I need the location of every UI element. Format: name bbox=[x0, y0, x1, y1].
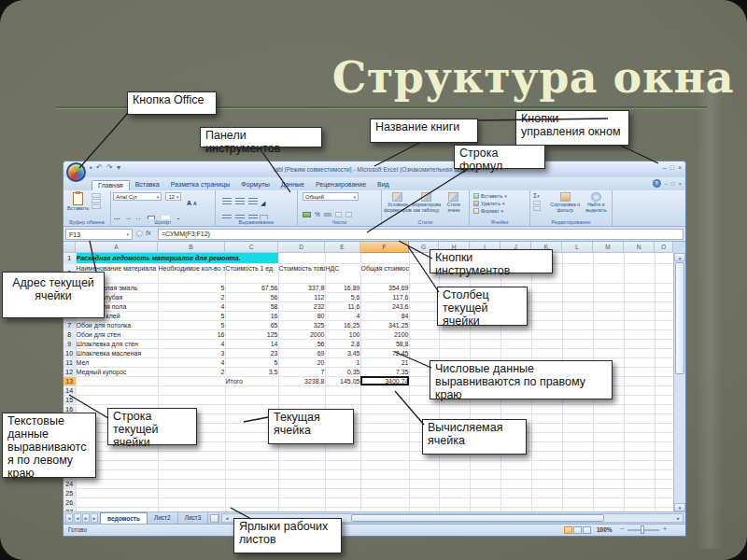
cell[interactable]: 7,35 bbox=[360, 367, 409, 376]
ribbon-tab-Вид[interactable]: Вид bbox=[372, 180, 395, 190]
format-painter-icon[interactable] bbox=[92, 204, 101, 209]
sheet-nav-buttons[interactable]: ◄◄►► bbox=[63, 512, 100, 524]
last-sheet-icon[interactable]: ► bbox=[91, 513, 98, 523]
cell[interactable] bbox=[470, 404, 500, 413]
conditional-formatting-button[interactable]: Условное форматирование bbox=[384, 192, 412, 218]
cell[interactable] bbox=[409, 320, 439, 329]
sheet-tab-Лист2[interactable]: Лист2 bbox=[148, 512, 178, 524]
column-header-C[interactable]: C bbox=[225, 242, 278, 253]
cell[interactable] bbox=[439, 348, 470, 357]
cell[interactable] bbox=[500, 460, 531, 469]
delete-cells-button[interactable]: Удалить▾ bbox=[473, 200, 528, 207]
row-header-7[interactable]: 7 bbox=[63, 320, 76, 329]
cell[interactable] bbox=[624, 497, 655, 507]
cell[interactable] bbox=[655, 441, 673, 451]
cell[interactable] bbox=[325, 469, 360, 479]
cell[interactable]: 232 bbox=[278, 301, 325, 311]
cell[interactable] bbox=[409, 469, 439, 479]
cell[interactable] bbox=[624, 385, 655, 395]
cell[interactable] bbox=[562, 283, 593, 292]
cell[interactable]: 5,6 bbox=[325, 292, 360, 301]
scroll-left-icon[interactable]: ◄ bbox=[222, 514, 231, 522]
total-cell[interactable]: 145,05 bbox=[325, 376, 360, 385]
help-icon[interactable]: ? bbox=[653, 179, 661, 188]
cell[interactable] bbox=[470, 339, 500, 348]
decrease-decimal-icon[interactable] bbox=[345, 212, 352, 217]
cell[interactable] bbox=[531, 432, 562, 441]
sheet-tab-ведомость[interactable]: ведомость bbox=[100, 512, 148, 524]
cell[interactable] bbox=[593, 451, 624, 460]
cell[interactable] bbox=[593, 432, 624, 441]
cell[interactable] bbox=[325, 253, 360, 263]
cell[interactable] bbox=[655, 376, 673, 385]
ribbon-tab-Разметка страницы[interactable]: Разметка страницы bbox=[165, 180, 236, 190]
cell[interactable] bbox=[593, 339, 624, 348]
cell[interactable]: 11,6 bbox=[325, 301, 360, 311]
sheet-tab-Лист3[interactable]: Лист3 bbox=[178, 512, 209, 524]
row-header-15[interactable]: 15 bbox=[63, 395, 76, 404]
cell[interactable] bbox=[593, 292, 624, 301]
accounting-format-icon[interactable] bbox=[303, 212, 311, 217]
copy-icon[interactable] bbox=[92, 199, 101, 203]
cell[interactable]: 337,8 bbox=[278, 283, 325, 292]
name-box[interactable]: F13▾ bbox=[65, 229, 133, 240]
cell[interactable] bbox=[531, 497, 562, 507]
cell[interactable] bbox=[470, 479, 500, 488]
scroll-down-icon[interactable]: ▼ bbox=[674, 503, 685, 511]
cell[interactable] bbox=[624, 441, 655, 451]
cell[interactable] bbox=[76, 376, 158, 385]
cell[interactable] bbox=[158, 376, 225, 385]
cell[interactable] bbox=[278, 469, 325, 479]
cell[interactable] bbox=[360, 395, 409, 404]
cell[interactable] bbox=[439, 460, 470, 469]
cell[interactable] bbox=[593, 460, 624, 469]
cell[interactable] bbox=[655, 404, 673, 413]
cell[interactable] bbox=[624, 479, 655, 488]
cell[interactable] bbox=[225, 497, 278, 507]
cell[interactable] bbox=[593, 263, 624, 283]
cell[interactable]: 56 bbox=[225, 292, 278, 301]
cell[interactable] bbox=[470, 497, 500, 507]
cell[interactable]: Шпаклевка масленая bbox=[76, 348, 158, 357]
cell[interactable] bbox=[360, 441, 409, 451]
office-button-icon[interactable] bbox=[66, 162, 86, 182]
cell[interactable] bbox=[531, 423, 562, 432]
cell[interactable] bbox=[409, 292, 439, 301]
normal-view-icon[interactable] bbox=[564, 526, 572, 534]
vscroll-thumb[interactable] bbox=[675, 262, 684, 374]
cell[interactable] bbox=[409, 311, 439, 320]
row-header-10[interactable]: 10 bbox=[63, 348, 76, 357]
cell[interactable] bbox=[562, 253, 593, 263]
column-header-M[interactable]: M bbox=[593, 242, 624, 253]
cell[interactable]: 5 bbox=[225, 357, 278, 367]
cell[interactable] bbox=[562, 413, 593, 423]
header-cell[interactable]: НДС bbox=[325, 263, 360, 283]
zoom-out-icon[interactable]: − bbox=[620, 525, 624, 532]
cell[interactable] bbox=[325, 451, 360, 460]
cell[interactable] bbox=[409, 497, 439, 507]
cell[interactable] bbox=[531, 348, 562, 357]
cell[interactable] bbox=[500, 329, 531, 339]
fx-icon[interactable]: fx bbox=[146, 230, 150, 236]
cell[interactable] bbox=[470, 469, 500, 479]
cell[interactable]: 5 bbox=[158, 283, 225, 292]
cell[interactable] bbox=[655, 339, 673, 348]
cut-icon[interactable] bbox=[92, 193, 101, 198]
align-bottom-icon[interactable] bbox=[248, 198, 258, 204]
align-top-icon[interactable] bbox=[222, 198, 232, 204]
percent-style-icon[interactable]: % bbox=[315, 211, 320, 217]
prev-sheet-icon[interactable]: ◄ bbox=[74, 513, 81, 523]
cell[interactable] bbox=[278, 488, 325, 497]
insert-cells-button[interactable]: Вставить▾ bbox=[473, 192, 528, 200]
cell[interactable] bbox=[225, 479, 278, 488]
cell[interactable] bbox=[360, 451, 409, 460]
cell[interactable] bbox=[76, 488, 158, 497]
cell[interactable]: Обои для потолка bbox=[76, 320, 158, 329]
cell[interactable] bbox=[278, 253, 325, 263]
cell[interactable] bbox=[531, 488, 562, 497]
cell[interactable] bbox=[409, 460, 439, 469]
cell[interactable] bbox=[278, 460, 325, 469]
cell[interactable] bbox=[531, 283, 562, 292]
cell[interactable] bbox=[624, 339, 655, 348]
zoom-in-icon[interactable]: + bbox=[663, 525, 667, 532]
